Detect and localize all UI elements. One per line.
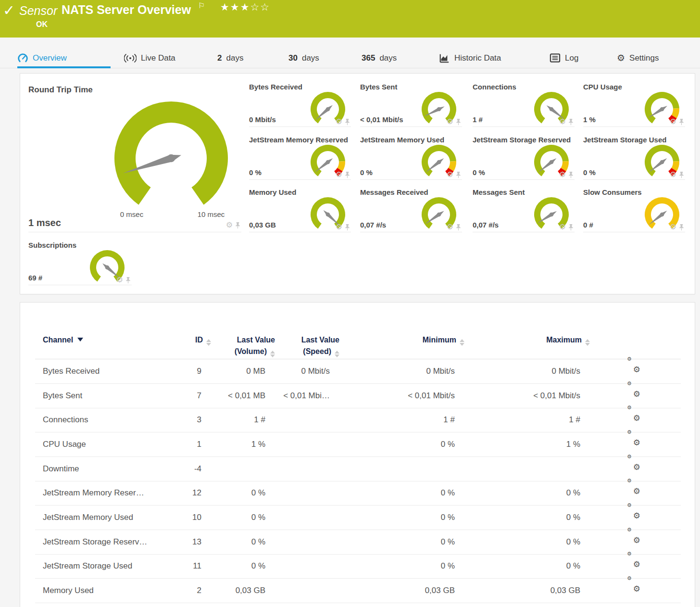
pin-icon[interactable] xyxy=(235,222,240,229)
column-header-maximum[interactable]: Maximum xyxy=(546,334,590,346)
gauge-card: JetStream Memory Used 0 % ⚙ xyxy=(360,134,462,180)
column-header-channel[interactable]: Channel xyxy=(43,334,83,346)
channels-table-panel: ChannelIDLast Value(Volume)Last Value(Sp… xyxy=(20,302,695,607)
pin-icon[interactable] xyxy=(345,118,350,126)
channel-settings-gears-icon[interactable]: ⚙⚙ xyxy=(627,481,640,492)
gear-icon[interactable]: ⚙ xyxy=(670,171,676,178)
tab-days[interactable]: 365days xyxy=(362,48,415,68)
cell-id: 11 xyxy=(193,554,201,578)
channel-settings-gears-icon[interactable]: ⚙⚙ xyxy=(627,359,640,370)
cell-minimum: 1 # xyxy=(443,407,455,432)
channel-settings-gears-icon[interactable]: ⚙⚙ xyxy=(627,505,640,517)
channel-settings-gears-icon[interactable]: ⚙⚙ xyxy=(627,407,640,419)
cell-volume: 1 # xyxy=(254,407,265,432)
pin-icon[interactable] xyxy=(345,224,350,231)
tab-days[interactable]: 2days xyxy=(217,48,265,68)
gear-icon[interactable]: ⚙ xyxy=(116,276,123,284)
column-header-last-value-speed-[interactable]: Last Value(Speed) xyxy=(301,334,339,357)
channel-settings-gears-icon[interactable]: ⚙⚙ xyxy=(627,530,640,541)
table-row[interactable]: JetStream Storage Reserv…130 %0 %0 %⚙⚙ xyxy=(35,530,681,555)
pin-icon[interactable] xyxy=(568,224,574,231)
gauge-card: Messages Received 0,07 #/s ⚙ xyxy=(360,187,462,232)
table-row[interactable]: Bytes Received90 MB0 Mbit/s0 Mbit/s0 Mbi… xyxy=(35,359,681,384)
gauge-value: 0 % xyxy=(249,168,262,177)
pin-icon[interactable] xyxy=(679,171,684,178)
gauge-value: < 0,01 Mbit/s xyxy=(360,115,403,124)
gauge-actions: ⚙ xyxy=(447,223,461,231)
cell-channel: Connections xyxy=(43,407,88,432)
tab-overview[interactable]: Overview xyxy=(17,48,111,68)
pin-icon[interactable] xyxy=(679,118,684,126)
tab-historic-data[interactable]: Historic Data xyxy=(438,48,528,68)
gear-icon[interactable]: ⚙ xyxy=(559,118,566,126)
flag-icon[interactable]: ⚐ xyxy=(198,1,205,10)
gauge-title: Memory Used xyxy=(249,188,296,196)
gear-icon[interactable]: ⚙ xyxy=(336,223,342,231)
gear-icon[interactable]: ⚙ xyxy=(336,118,342,126)
gear-icon[interactable]: ⚙ xyxy=(447,171,453,178)
channel-settings-gears-icon[interactable]: ⚙⚙ xyxy=(627,383,640,395)
gauge-value: 0 % xyxy=(360,168,373,177)
pin-icon[interactable] xyxy=(568,171,574,178)
gauge-title: Slow Consumers xyxy=(583,188,642,196)
gauge-title: Subscriptions xyxy=(28,241,76,249)
pin-icon[interactable] xyxy=(568,118,574,126)
gear-icon[interactable]: ⚙ xyxy=(559,171,566,178)
cell-minimum: 0 % xyxy=(441,530,455,554)
tab-live-data[interactable]: Live Data xyxy=(124,48,195,68)
table-row[interactable]: CPU Usage11 %0 %1 %⚙⚙ xyxy=(35,432,681,457)
gauge-card: Slow Consumers 0 # ⚙ xyxy=(583,187,685,232)
channel-settings-gears-icon[interactable]: ⚙⚙ xyxy=(627,456,640,468)
status-check-icon: ✓ xyxy=(3,2,15,19)
channel-settings-gears-icon[interactable]: ⚙⚙ xyxy=(627,554,640,565)
pin-icon[interactable] xyxy=(456,171,461,178)
gear-icon[interactable]: ⚙ xyxy=(447,223,453,231)
tab-log[interactable]: Log xyxy=(550,48,594,68)
table-row[interactable]: JetStream Storage Used110 %0 %0 %⚙⚙ xyxy=(35,554,681,579)
gauges-panel: Round Trip Time 0 msec 10 msec 1 msec ⚙ … xyxy=(20,73,695,294)
pin-icon[interactable] xyxy=(345,171,350,178)
cell-volume: 0 MB xyxy=(246,359,265,383)
cell-id: 12 xyxy=(192,481,201,505)
gear-icon[interactable]: ⚙ xyxy=(559,223,566,231)
pin-icon[interactable] xyxy=(679,224,684,231)
sort-arrows-icon xyxy=(585,339,590,346)
channel-settings-gears-icon[interactable]: ⚙⚙ xyxy=(627,432,640,443)
gear-icon[interactable]: ⚙ xyxy=(447,118,453,126)
table-row[interactable]: Downtime-4⚙⚙ xyxy=(35,456,681,481)
priority-stars[interactable]: ★★★☆☆ xyxy=(220,1,270,13)
gauge-actions: ⚙ xyxy=(559,118,574,126)
column-header-id[interactable]: ID xyxy=(195,334,211,346)
cell-minimum: 0 % xyxy=(441,505,455,530)
pin-icon[interactable] xyxy=(456,224,461,231)
column-header-last-value-volume-[interactable]: Last Value(Volume) xyxy=(235,334,275,357)
gauge-value: 0 % xyxy=(473,168,485,177)
sort-arrows-icon xyxy=(460,339,464,346)
cell-maximum: < 0,01 Mbit/s xyxy=(533,383,580,408)
tab-settings[interactable]: ⚙Settings xyxy=(617,48,680,68)
cell-minimum: 0,03 GB xyxy=(425,578,455,603)
gear-icon[interactable]: ⚙ xyxy=(226,221,233,229)
table-row[interactable]: Memory Used20,03 GB0,03 GB0,03 GB⚙⚙ xyxy=(35,578,681,603)
channel-settings-gears-icon[interactable]: ⚙⚙ xyxy=(627,578,640,590)
gear-icon[interactable]: ⚙ xyxy=(336,171,342,178)
tab-days[interactable]: 30days xyxy=(288,48,338,68)
object-type-label: Sensor xyxy=(19,4,57,18)
pin-icon[interactable] xyxy=(456,118,461,126)
table-row[interactable]: Connections31 #1 #1 #⚙⚙ xyxy=(35,407,681,432)
table-row[interactable]: Bytes Sent7< 0,01 MB< 0,01 Mbi…< 0,01 Mb… xyxy=(35,383,681,408)
gauge-actions: ⚙ xyxy=(336,171,350,178)
gear-icon[interactable]: ⚙ xyxy=(670,223,676,231)
column-header-minimum[interactable]: Minimum xyxy=(423,334,464,346)
table-row[interactable]: JetStream Memory Reser…120 %0 %0 %⚙⚙ xyxy=(35,481,681,506)
gear-icon[interactable]: ⚙ xyxy=(670,118,676,126)
cell-id: 13 xyxy=(192,530,201,554)
cell-minimum: 0 % xyxy=(441,554,455,578)
cell-channel: CPU Usage xyxy=(43,432,86,456)
sensor-status-banner: ✓ Sensor NATS Server Overview ⚐ ★★★☆☆ OK xyxy=(0,0,700,38)
gauge-title: Bytes Sent xyxy=(360,83,398,91)
cell-id: 3 xyxy=(197,407,201,432)
pin-icon[interactable] xyxy=(125,277,131,284)
table-row[interactable]: JetStream Memory Used100 %0 %0 %⚙⚙ xyxy=(35,505,681,530)
tab-label: Settings xyxy=(629,53,659,63)
